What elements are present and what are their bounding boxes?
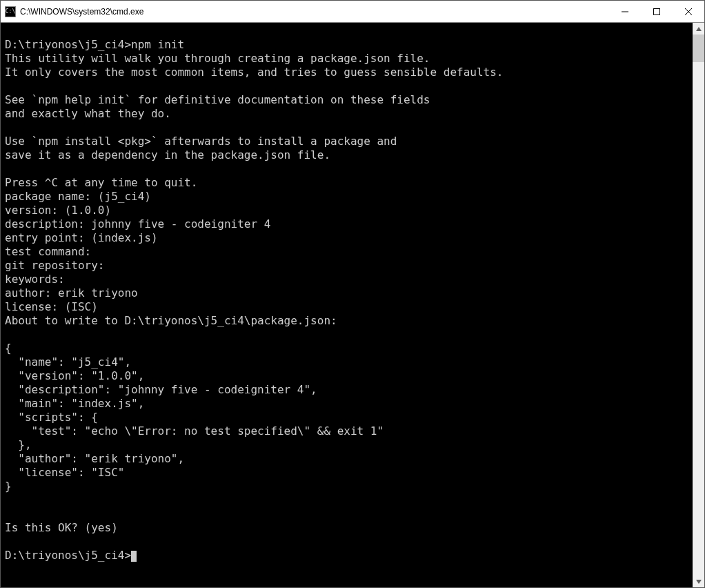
- window-title: C:\WINDOWS\system32\cmd.exe: [20, 7, 143, 17]
- command-prompt-window: C:\ C:\WINDOWS\system32\cmd.exe D:\triyo…: [0, 0, 705, 588]
- scrollbar-track[interactable]: [693, 35, 704, 576]
- scrollbar-up-arrow[interactable]: [693, 23, 704, 35]
- terminal-area: D:\triyonos\j5_ci4>npm init This utility…: [1, 23, 704, 587]
- cursor: [131, 551, 137, 562]
- cmd-icon: C:\: [5, 6, 16, 17]
- terminal-output[interactable]: D:\triyonos\j5_ci4>npm init This utility…: [1, 23, 693, 587]
- vertical-scrollbar[interactable]: [693, 23, 704, 587]
- maximize-icon: [653, 8, 660, 15]
- minimize-icon: [622, 8, 628, 15]
- minimize-button[interactable]: [609, 1, 641, 22]
- arrow-up-icon: [696, 27, 702, 31]
- close-button[interactable]: [673, 1, 704, 22]
- close-icon: [685, 8, 692, 15]
- svg-rect-1: [654, 8, 660, 14]
- arrow-down-icon: [696, 580, 702, 584]
- maximize-button[interactable]: [641, 1, 673, 22]
- scrollbar-thumb[interactable]: [693, 35, 704, 62]
- scrollbar-down-arrow[interactable]: [693, 576, 704, 587]
- titlebar[interactable]: C:\ C:\WINDOWS\system32\cmd.exe: [1, 1, 704, 23]
